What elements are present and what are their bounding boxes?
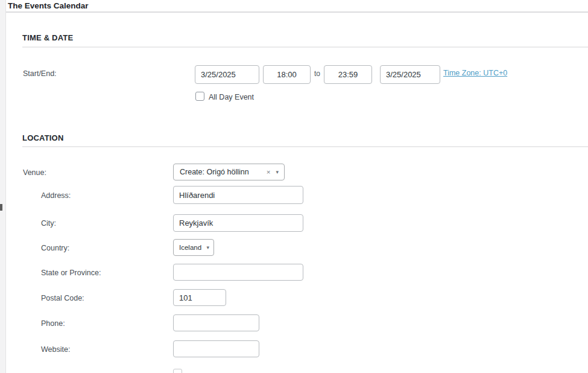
city-input[interactable] (173, 214, 303, 232)
start-time-input[interactable] (263, 65, 311, 84)
country-select-value: Iceland (174, 244, 206, 251)
left-gutter (0, 0, 6, 373)
timezone-link[interactable]: Time Zone: UTC+0 (443, 69, 507, 77)
all-day-checkbox[interactable] (195, 92, 204, 101)
address-input[interactable] (173, 186, 303, 204)
state-label: State or Province: (41, 269, 101, 277)
phone-label: Phone: (41, 319, 65, 328)
location-rule (22, 146, 588, 147)
country-select[interactable]: Iceland ▾ (173, 239, 214, 256)
chevron-down-icon: ▾ (276, 169, 279, 175)
start-date-input[interactable] (195, 65, 259, 84)
section-title-time-date: TIME & DATE (22, 33, 73, 42)
city-label: City: (41, 219, 56, 228)
postal-code-input[interactable] (173, 289, 226, 306)
venue-select-value: Create: Origó höllinn (174, 168, 267, 176)
venue-select[interactable]: Create: Origó höllinn × ▾ (173, 164, 285, 180)
website-input[interactable] (173, 340, 259, 357)
title-divider (6, 11, 588, 13)
address-label: Address: (41, 191, 71, 200)
state-input[interactable] (173, 264, 303, 281)
all-day-label[interactable]: All Day Event (209, 93, 254, 101)
country-label: Country: (41, 244, 69, 252)
partial-checkbox[interactable] (173, 369, 182, 373)
events-calendar-metabox: The Events Calendar TIME & DATE Start/En… (0, 0, 588, 373)
section-title-location: LOCATION (22, 133, 64, 142)
chevron-down-icon: ▾ (206, 244, 209, 250)
postal-code-label: Postal Code: (41, 294, 84, 302)
to-label: to (314, 69, 320, 78)
metabox-title: The Events Calendar (8, 1, 89, 10)
clear-icon[interactable]: × (267, 168, 271, 176)
time-date-rule (22, 46, 588, 48)
start-end-label: Start/End: (23, 69, 57, 78)
end-time-input[interactable] (324, 65, 372, 84)
drag-handle-mark (0, 204, 2, 211)
phone-input[interactable] (173, 314, 259, 331)
website-label: Website: (41, 345, 70, 354)
venue-label: Venue: (23, 168, 46, 177)
end-date-input[interactable] (380, 65, 440, 84)
